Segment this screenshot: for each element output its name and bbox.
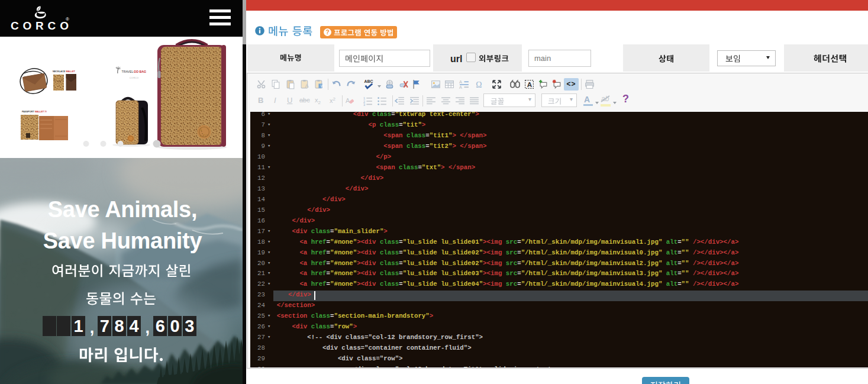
svg-text:A: A: [527, 80, 532, 88]
svg-text:A: A: [459, 85, 462, 89]
svg-text:NECKLACE WALLET: NECKLACE WALLET: [53, 70, 75, 73]
svg-text:PASSPORT WALLET 7f: PASSPORT WALLET 7f: [22, 111, 47, 113]
svg-text:CORCO: CORCO: [130, 77, 139, 79]
svg-text:TRAVEL: TRAVEL: [122, 70, 134, 73]
svg-text:3: 3: [363, 103, 365, 106]
svg-text:GO BAG: GO BAG: [134, 70, 146, 73]
svg-text:A: A: [305, 82, 309, 89]
svg-text:A: A: [346, 97, 350, 104]
svg-text:Ω: Ω: [476, 80, 482, 89]
svg-text:W: W: [320, 84, 324, 88]
svg-text:ABC: ABC: [364, 79, 373, 83]
